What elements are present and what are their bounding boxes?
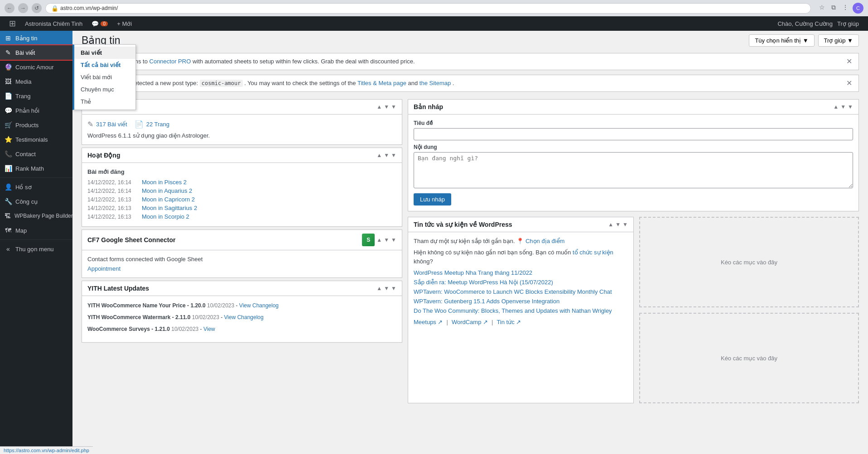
sidebar-item-cosmic-amour[interactable]: 🔮 Cosmic Amour xyxy=(0,60,72,74)
trang-count-link[interactable]: 22 Trang xyxy=(146,121,169,128)
chon-dia-diem-link[interactable]: Chọn địa điểm xyxy=(526,238,564,244)
sidebar-item-products[interactable]: 🛒 Products xyxy=(0,118,72,132)
cf7-notice-close[interactable]: ✕ xyxy=(846,58,852,65)
hoat-dong-down-btn[interactable]: ▼ xyxy=(384,152,389,158)
hoat-dong-up-btn[interactable]: ▲ xyxy=(376,152,382,158)
news-link[interactable]: WordPress Meetup Nha Trang tháng 11/2022 xyxy=(414,269,532,276)
yith-changelog-link[interactable]: View Changelog xyxy=(224,314,264,320)
ban-nhap-down-btn[interactable]: ▼ xyxy=(840,104,846,110)
admin-bar-new[interactable]: + Mới xyxy=(112,16,136,31)
to-chuc-link[interactable]: tổ chức sự kiện xyxy=(573,249,613,256)
activity-item: 14/12/2022, 16:14Moon in Pisces 2 xyxy=(87,178,396,186)
cf7-connector-link[interactable]: Connector PRO xyxy=(149,58,191,65)
activity-link[interactable]: Moon in Aquarius 2 xyxy=(142,187,192,194)
hoat-dong-title: Hoạt Động xyxy=(87,152,120,159)
submenu-viet-bai-moi[interactable]: Viết bài mới xyxy=(74,71,135,83)
sidebar-item-bang-tin[interactable]: ⊞ Bảng tin xyxy=(0,31,72,45)
rank-math-text2: . You may want to check the settings of … xyxy=(244,80,357,86)
cf7-toggle-btn[interactable]: ▼ xyxy=(391,237,396,243)
noi-dung-textarea[interactable] xyxy=(414,152,853,188)
yith-changelog-link[interactable]: View Changelog xyxy=(239,302,279,309)
cf7-appointment-link[interactable]: Appointment xyxy=(87,265,121,272)
activity-time: 14/12/2022, 16:13 xyxy=(87,214,137,220)
tin-nhanh-down-btn[interactable]: ▼ xyxy=(384,104,389,110)
activity-link[interactable]: Moon in Scorpio 2 xyxy=(142,213,189,220)
tin-tuc-up-btn[interactable]: ▲ xyxy=(608,221,613,228)
activity-link[interactable]: Moon in Pisces 2 xyxy=(142,179,187,186)
wp-main: ⊞ Bảng tin ✎ Bài viết 🔮 Cosmic Amour 🖼 M… xyxy=(0,31,868,454)
yith-up-btn[interactable]: ▲ xyxy=(376,285,382,292)
news-link[interactable]: Do The Woo Community: Blocks, Themes and… xyxy=(414,307,612,314)
tin-tuc-toggle-btn[interactable]: ▼ xyxy=(622,221,628,228)
activity-link[interactable]: Moon in Sagittarius 2 xyxy=(142,205,197,211)
admin-bar-site[interactable]: Astronista Chiêm Tinh xyxy=(20,16,87,31)
tin-tuc-down-btn[interactable]: ▼ xyxy=(615,221,621,228)
sitemap-link[interactable]: the Sitemap xyxy=(420,80,451,86)
sidebar-item-rank-math[interactable]: 📊 Rank Math xyxy=(0,161,72,176)
nav-back[interactable]: ← xyxy=(5,3,14,13)
cf7-up-btn[interactable]: ▲ xyxy=(376,237,382,243)
news-link[interactable]: Sắp diễn ra: Meetup WordPress Hà Nội (15… xyxy=(414,279,553,286)
yith-item: YITH WooCommerce Name Your Price - 1.20.… xyxy=(87,301,396,310)
url-bar[interactable]: 🔒 astro.com.vn/wp-admin/ xyxy=(45,3,811,14)
sidebar: ⊞ Bảng tin ✎ Bài viết 🔮 Cosmic Amour 🖼 M… xyxy=(0,31,72,454)
sidebar-item-testimonials[interactable]: ⭐ Testimonials xyxy=(0,132,72,147)
activity-time: 14/12/2022, 16:14 xyxy=(87,179,137,186)
news-footer-link[interactable]: Tin tức ↗ xyxy=(497,319,521,325)
ban-nhap-widget: Bản nháp ▲ ▼ ▼ Tiêu đề Nội dung Lưu nháp xyxy=(408,99,859,211)
activity-link[interactable]: Moon in Capricorn 2 xyxy=(142,196,195,203)
yith-toggle-btn[interactable]: ▼ xyxy=(391,285,396,292)
sidebar-item-ho-so[interactable]: 👤 Hồ sơ xyxy=(0,180,72,194)
sidebar-item-wpbakery[interactable]: 🏗 WPBakery Page Builder xyxy=(0,209,72,223)
sidebar-item-map[interactable]: 🗺 Map xyxy=(0,223,72,238)
tuy-chon-hien-thi-btn[interactable]: Tùy chọn hiển thị ▼ xyxy=(749,34,814,47)
status-bar-link[interactable]: https://astro.com.vn/wp-admin/edit.php xyxy=(4,448,89,453)
sidebar-label-products: Products xyxy=(15,122,39,129)
news-link[interactable]: WPTavern: WooCommerce to Launch WC Block… xyxy=(414,288,612,295)
cf7-header: CF7 Google Sheet Connector S ▲ ▼ ▼ xyxy=(82,230,402,250)
yith-body: YITH WooCommerce Name Your Price - 1.20.… xyxy=(82,296,402,342)
menu-btn[interactable]: ⋮ xyxy=(841,3,850,12)
admin-bar-help[interactable]: Trợ giúp xyxy=(833,20,863,27)
bookmark-btn[interactable]: ☆ xyxy=(817,3,826,12)
admin-bar-comments[interactable]: 💬 0 xyxy=(87,16,112,31)
tab-btn[interactable]: ⧉ xyxy=(829,3,838,12)
tin-nhanh-up-btn[interactable]: ▲ xyxy=(376,104,382,110)
news-footer-link[interactable]: Meetups ↗ xyxy=(414,319,443,325)
submenu-the[interactable]: Thẻ xyxy=(74,96,135,108)
submenu-tat-ca-bai-viet[interactable]: Tất cả bài viết xyxy=(74,59,135,71)
luu-nhap-btn[interactable]: Lưu nháp xyxy=(414,193,451,205)
ban-nhap-up-btn[interactable]: ▲ xyxy=(833,104,839,110)
titles-meta-link[interactable]: Titles & Meta page xyxy=(357,80,406,86)
right-area: Bản nháp ▲ ▼ ▼ Tiêu đề Nội dung Lưu nháp xyxy=(405,96,862,406)
tin-nhanh-close-btn[interactable]: ▼ xyxy=(391,104,396,110)
tin-tuc-title: Tin tức và sự kiện về WordPress xyxy=(414,221,512,228)
sidebar-label-media: Media xyxy=(15,78,31,85)
sidebar-item-contact[interactable]: 📞 Contact xyxy=(0,147,72,161)
sidebar-item-media[interactable]: 🖼 Media xyxy=(0,74,72,89)
hoat-dong-toggle-btn[interactable]: ▼ xyxy=(391,152,396,158)
cf7-body: Contact forms connected with Google Shee… xyxy=(82,250,402,277)
sidebar-item-thu-gon-menu[interactable]: « Thu gọn menu xyxy=(0,242,72,256)
ban-nhap-toggle-btn[interactable]: ▼ xyxy=(848,104,853,110)
sidebar-label-cong-cu: Công cụ xyxy=(15,198,38,205)
wp-logo-btn[interactable]: ⊞ xyxy=(5,16,20,31)
tro-giup-btn[interactable]: Trợ giúp ▼ xyxy=(818,34,859,47)
nav-forward[interactable]: → xyxy=(18,3,28,13)
yith-down-btn[interactable]: ▼ xyxy=(384,285,389,292)
news-link[interactable]: WPTavern: Gutenberg 15.1 Adds Openverse … xyxy=(414,298,559,305)
sidebar-item-trang[interactable]: 📄 Trang xyxy=(0,89,72,103)
bai-viet-count-link[interactable]: 317 Bài viết xyxy=(96,121,127,128)
tieu-de-input[interactable] xyxy=(414,128,853,140)
submenu-chuyen-muc[interactable]: Chuyên mục xyxy=(74,83,135,96)
header-controls: Tùy chọn hiển thị ▼ Trợ giúp ▼ xyxy=(749,34,859,47)
profile-avatar[interactable]: C xyxy=(853,3,863,14)
news-footer-link[interactable]: WordCamp ↗ xyxy=(452,319,488,325)
nav-reload[interactable]: ↺ xyxy=(32,3,42,13)
sidebar-item-cong-cu[interactable]: 🔧 Công cụ xyxy=(0,194,72,209)
cf7-down-btn[interactable]: ▼ xyxy=(384,237,389,243)
sidebar-item-bai-viet[interactable]: ✎ Bài viết xyxy=(0,45,72,60)
yith-changelog-link[interactable]: View xyxy=(203,326,215,332)
rank-math-notice-close[interactable]: ✕ xyxy=(846,80,852,87)
sidebar-item-phan-hoi[interactable]: 💬 Phản hồi xyxy=(0,103,72,118)
